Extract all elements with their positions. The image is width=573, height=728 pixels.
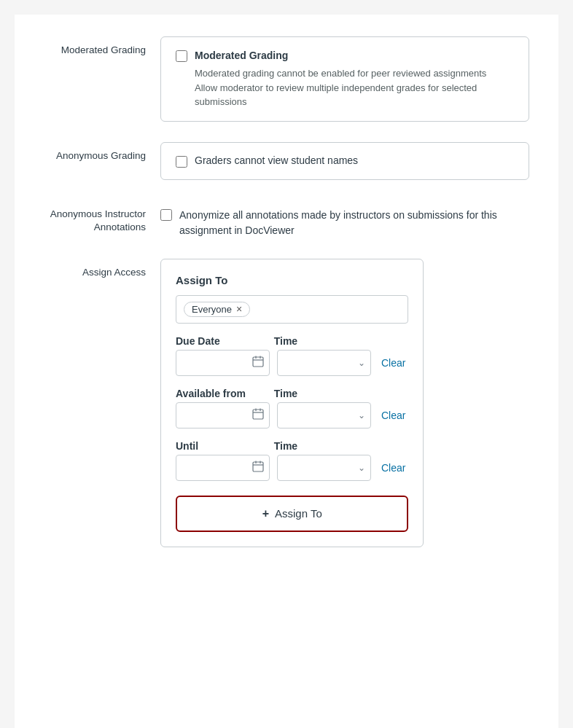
assign-access-row: Assign Access Assign To Everyone × Due D…	[44, 259, 529, 547]
moderated-grading-desc: Moderated grading cannot be enabled for …	[195, 66, 514, 109]
time-label-3: Time	[274, 440, 365, 452]
until-row: ⌄ Clear	[176, 455, 408, 481]
until-label: Until	[176, 440, 267, 452]
moderated-grading-label: Moderated Grading	[44, 36, 160, 58]
until-headers: Until Time	[176, 440, 408, 452]
anonymous-instructor-label: Anonymous Instructor Annotations	[44, 200, 160, 235]
moderated-grading-row: Moderated Grading Moderated Grading Mode…	[44, 36, 529, 122]
available-from-clear-button[interactable]: Clear	[378, 410, 408, 421]
time-label-1: Time	[274, 335, 365, 347]
due-date-headers: Due Date Time	[176, 335, 408, 347]
available-from-time-wrapper: ⌄	[277, 402, 371, 428]
plus-icon: +	[262, 507, 269, 520]
tag-label: Everyone	[192, 304, 232, 315]
available-from-section: Available from Time	[176, 388, 408, 428]
available-from-label: Available from	[176, 388, 267, 399]
everyone-tag: Everyone ×	[184, 302, 250, 317]
anonymous-grading-checkbox-row: Graders cannot view student names	[176, 154, 514, 168]
moderated-grading-content: Moderated Grading Moderated grading cann…	[160, 36, 529, 122]
anonymous-instructor-checkbox-label: Anonymize all annotations made by instru…	[179, 208, 529, 238]
due-date-row: ⌄ Clear	[176, 350, 408, 376]
anonymous-grading-checkbox-label: Graders cannot view student names	[195, 154, 358, 166]
page-container: Moderated Grading Moderated Grading Mode…	[15, 15, 558, 728]
moderated-grading-checkbox[interactable]	[176, 50, 187, 62]
anonymous-instructor-row: Anonymous Instructor Annotations Anonymi…	[44, 200, 529, 238]
assign-to-input[interactable]: Everyone ×	[176, 295, 408, 324]
moderated-grading-desc-1: Moderated grading cannot be enabled for …	[195, 66, 514, 81]
due-date-clear-button[interactable]: Clear	[378, 357, 408, 369]
due-time-select[interactable]	[277, 350, 371, 376]
due-date-input[interactable]	[176, 350, 270, 376]
available-from-time-select[interactable]	[277, 402, 371, 428]
moderated-grading-desc-2: Allow moderator to review multiple indep…	[195, 81, 514, 109]
assign-access-content: Assign To Everyone × Due Date Time	[160, 259, 424, 547]
until-time-select[interactable]	[277, 455, 371, 481]
anonymous-grading-label: Anonymous Grading	[44, 142, 160, 163]
tag-remove-button[interactable]: ×	[236, 304, 242, 314]
time-label-2: Time	[274, 388, 365, 399]
moderated-grading-checkbox-label: Moderated Grading	[195, 50, 288, 61]
available-from-input[interactable]	[176, 402, 270, 428]
assign-to-button-label: Assign To	[275, 507, 322, 520]
until-input[interactable]	[176, 455, 270, 481]
available-from-input-wrapper	[176, 402, 270, 428]
due-date-label: Due Date	[176, 335, 267, 347]
assign-to-button[interactable]: + Assign To	[176, 496, 408, 532]
anonymous-grading-row: Anonymous Grading Graders cannot view st…	[44, 142, 529, 180]
until-section: Until Time	[176, 440, 408, 481]
anonymous-grading-checkbox[interactable]	[176, 156, 187, 168]
assign-to-button-container: + Assign To	[176, 496, 408, 532]
until-input-wrapper	[176, 455, 270, 481]
until-clear-button[interactable]: Clear	[378, 462, 408, 474]
moderated-grading-checkbox-row: Moderated Grading Moderated grading cann…	[176, 49, 514, 109]
anonymous-grading-content: Graders cannot view student names	[160, 142, 529, 180]
moderated-grading-text: Moderated Grading Moderated grading cann…	[195, 49, 514, 109]
available-from-row: ⌄ Clear	[176, 402, 408, 428]
assign-access-label: Assign Access	[44, 259, 160, 280]
until-time-wrapper: ⌄	[277, 455, 371, 481]
assign-to-header: Assign To	[176, 274, 408, 286]
available-from-headers: Available from Time	[176, 388, 408, 399]
due-date-section: Due Date Time	[176, 335, 408, 376]
due-date-input-wrapper	[176, 350, 270, 376]
anonymous-instructor-checkbox-row: Anonymize all annotations made by instru…	[160, 208, 529, 238]
due-time-wrapper: ⌄	[277, 350, 371, 376]
anonymous-instructor-checkbox[interactable]	[160, 209, 172, 221]
anonymous-instructor-content: Anonymize all annotations made by instru…	[160, 200, 529, 238]
